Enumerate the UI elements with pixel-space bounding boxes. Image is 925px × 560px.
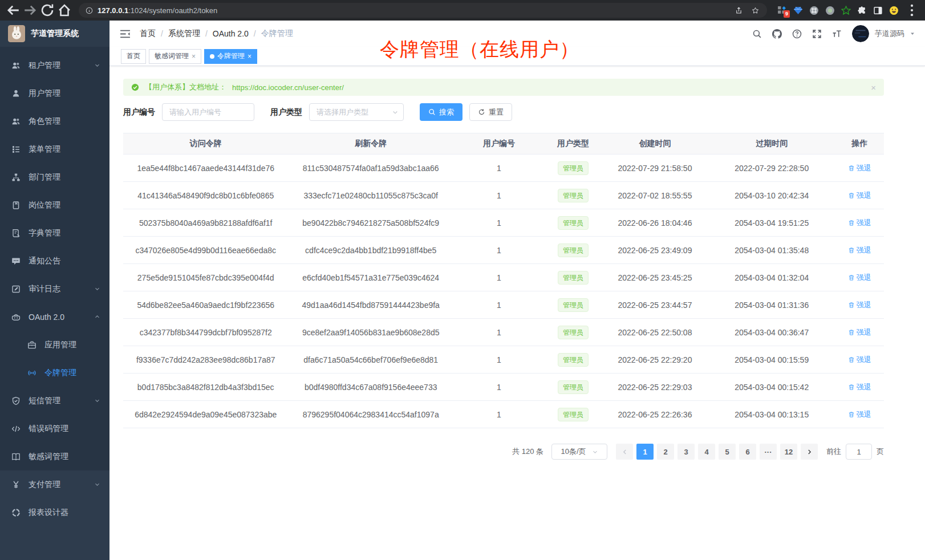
force-logout-button[interactable]: 强退	[848, 245, 871, 255]
profile-avatar-icon[interactable]	[889, 6, 899, 15]
sidebar-item-dict[interactable]: 字典管理	[0, 219, 109, 247]
extension-record-icon[interactable]	[825, 6, 835, 15]
search-icon-button[interactable]	[752, 29, 762, 39]
sidebar-menu-bottom: 支付管理报表设计器	[0, 470, 109, 560]
page-size-select[interactable]: 10条/页	[551, 444, 607, 460]
user-type-badge: 管理员	[558, 298, 589, 312]
sidebar-item-sms[interactable]: 短信管理	[0, 387, 109, 415]
sidebar-toggle[interactable]	[120, 29, 131, 39]
sidebar-item-tenant[interactable]: 租户管理	[0, 51, 109, 79]
alert-close-icon[interactable]: ×	[871, 83, 876, 92]
page-button-12[interactable]: 12	[780, 444, 797, 460]
page-button-6[interactable]: 6	[739, 444, 756, 460]
sidebar-item-oauth2[interactable]: OAuth 2.0	[0, 303, 109, 331]
table-row: 502375b8040a469a9b82188afdf6af1fbe90422b…	[123, 209, 884, 237]
tab-oauth2-token[interactable]: 令牌管理×	[204, 49, 257, 64]
app-logo[interactable]: 芋道管理系统	[0, 21, 109, 47]
sidebar-item-menu[interactable]: 菜单管理	[0, 135, 109, 163]
font-size-icon-button[interactable]	[832, 29, 842, 39]
cell-expire-time: 2054-03-04 00:15:59	[708, 346, 835, 374]
page-button-4[interactable]: 4	[698, 444, 715, 460]
sidebar-item-report-designer[interactable]: 报表设计器	[0, 498, 109, 526]
cell-expire-time: 2054-03-04 01:32:04	[708, 264, 835, 291]
sidebar-item-notice[interactable]: 通知公告	[0, 247, 109, 275]
fullscreen-icon-button[interactable]	[812, 29, 822, 39]
force-logout-button[interactable]: 强退	[848, 409, 871, 420]
help-icon-button[interactable]	[792, 29, 802, 39]
force-logout-label: 强退	[857, 218, 871, 228]
breadcrumb-item-0[interactable]: 首页	[140, 29, 156, 39]
breadcrumb-item-1[interactable]: 系统管理	[168, 29, 200, 39]
bookmark-star-button[interactable]	[750, 6, 760, 15]
tab-home[interactable]: 首页	[121, 49, 146, 64]
alert-doc-link[interactable]: https://doc.iocoder.cn/user-center/	[232, 83, 344, 92]
force-logout-button[interactable]: 强退	[848, 273, 871, 283]
extension-grid-icon[interactable]: 9	[777, 6, 787, 15]
shield-icon	[11, 396, 21, 405]
force-logout-button[interactable]: 强退	[848, 190, 871, 201]
extension-gem-icon[interactable]	[793, 6, 803, 15]
goto-page-input[interactable]	[846, 444, 872, 460]
chevron-down-icon	[94, 397, 100, 404]
forward-arrow-icon	[23, 3, 38, 18]
table-row: f9336e7c7dd242a283ee98dc86b17a87dfa6c71a…	[123, 346, 884, 374]
tab-sensitive-word[interactable]: 敏感词管理×	[149, 49, 201, 64]
force-logout-button[interactable]: 强退	[848, 355, 871, 365]
sidebar-item-role[interactable]: 角色管理	[0, 107, 109, 135]
pager-next-button[interactable]	[801, 444, 818, 460]
pager-prev-button[interactable]	[616, 444, 633, 460]
username[interactable]: 芋道源码	[875, 29, 904, 39]
share-button[interactable]	[734, 6, 744, 15]
user-menu-caret-icon[interactable]	[909, 30, 916, 37]
user-type-badge: 管理员	[558, 353, 589, 367]
user-id-input[interactable]	[162, 103, 254, 121]
tab-close-icon[interactable]: ×	[192, 53, 196, 60]
cell-user-id: 1	[453, 237, 545, 264]
extension-command-icon[interactable]	[809, 6, 819, 15]
force-logout-button[interactable]: 强退	[848, 327, 871, 338]
browser-menu-button[interactable]	[904, 3, 919, 18]
cell-user-id: 1	[453, 346, 545, 374]
page-button-3[interactable]: 3	[677, 444, 695, 460]
sidebar-item-user[interactable]: 用户管理	[0, 79, 109, 107]
cell-expire-time: 2054-03-04 00:15:42	[708, 374, 835, 401]
browser-forward-button[interactable]	[23, 3, 38, 18]
sidebar-item-post[interactable]: 岗位管理	[0, 191, 109, 219]
browser-home-button[interactable]	[57, 3, 72, 18]
extension-star-icon[interactable]	[841, 6, 851, 15]
cell-action: 强退	[835, 346, 884, 374]
sidebar-item-oauth2-app[interactable]: 应用管理	[0, 331, 109, 359]
sidebar-item-sensitive-word[interactable]: 敏感词管理	[0, 443, 109, 470]
sidebar-item-oauth2-token[interactable]: 令牌管理	[0, 359, 109, 387]
force-logout-button[interactable]: 强退	[848, 382, 871, 392]
search-button[interactable]: 搜索	[420, 103, 462, 121]
browser-reload-button[interactable]	[40, 3, 55, 18]
page-button-2[interactable]: 2	[657, 444, 674, 460]
breadcrumb-item-2[interactable]: OAuth 2.0	[213, 29, 249, 38]
sidebar-item-error-code[interactable]: 错误码管理	[0, 415, 109, 443]
cell-action: 强退	[835, 401, 884, 428]
page-button-1[interactable]: 1	[636, 444, 654, 460]
user-avatar[interactable]	[852, 25, 869, 42]
tab-close-icon[interactable]: ×	[248, 53, 251, 60]
page-button-5[interactable]: 5	[719, 444, 736, 460]
cell-access-token: c342377bf8b344799dcbf7bf095287f2	[123, 319, 288, 346]
sidebar-item-pay[interactable]: 支付管理	[0, 470, 109, 498]
site-info-icon[interactable]	[86, 7, 93, 14]
column-header-2: 用户编号	[453, 133, 545, 155]
extensions-puzzle-icon[interactable]	[857, 6, 867, 15]
force-logout-button[interactable]: 强退	[848, 300, 871, 310]
trash-icon	[848, 192, 855, 199]
browser-back-button[interactable]	[6, 3, 21, 18]
sidebar-item-audit-log[interactable]: 审计日志	[0, 275, 109, 303]
reset-button[interactable]: 重置	[469, 103, 512, 121]
extension-split-square-icon[interactable]	[873, 6, 883, 15]
url-bar[interactable]: 127.0.0.1:1024/system/oauth2/token	[79, 3, 767, 18]
sidebar-item-dept[interactable]: 部门管理	[0, 163, 109, 191]
force-logout-button[interactable]: 强退	[848, 218, 871, 228]
force-logout-button[interactable]: 强退	[848, 163, 871, 173]
pager-ellipsis[interactable]: ···	[760, 444, 777, 460]
user-type-select[interactable]: 请选择用户类型	[309, 103, 404, 121]
search-icon	[428, 108, 436, 116]
github-icon-button[interactable]	[772, 29, 782, 39]
